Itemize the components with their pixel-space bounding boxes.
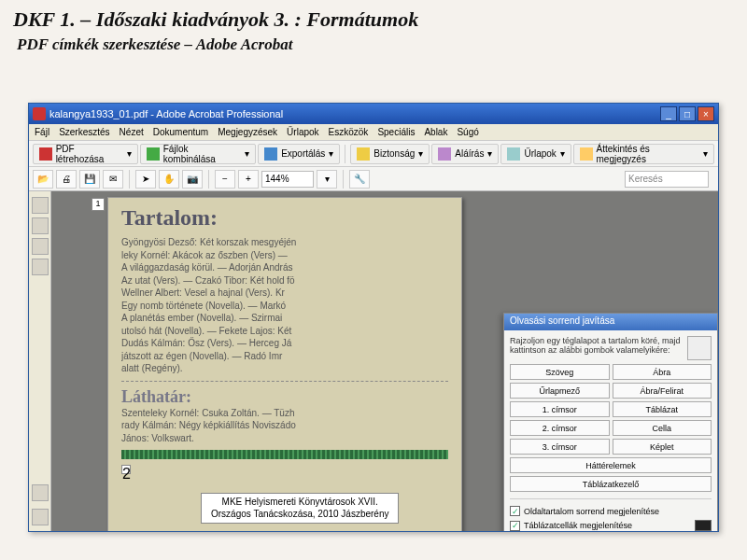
reading-order-panel[interactable]: Olvasási sorrend javítása Rajzoljon egy …	[503, 313, 718, 531]
review-button[interactable]: Áttekintés és megjegyzés ▾	[573, 144, 714, 164]
content-line: leky Kornél: Akácok az őszben (Vers) —	[121, 249, 448, 262]
tag-formfield-button[interactable]: Űrlapmező	[510, 383, 610, 399]
tag-text-button[interactable]: Szöveg	[510, 364, 610, 380]
content-line: A világgazdaság körül. — Adorján András	[121, 261, 448, 274]
content-line: Az utat (Vers). — Czakó Tibor: Két hold …	[121, 274, 448, 287]
export-icon	[264, 147, 277, 161]
comments-panel-icon[interactable]	[32, 509, 49, 525]
table-editor-button[interactable]: Táblázatkezelő	[510, 476, 712, 492]
region-marker-2[interactable]: 2	[121, 465, 131, 474]
tag-h1-button[interactable]: 1. címsor	[510, 401, 610, 417]
content-line: alatt (Regény).	[121, 362, 448, 375]
form-icon	[507, 147, 520, 161]
menu-view[interactable]: Nézet	[120, 127, 144, 137]
content-line: Egy nomb története (Novella). — Markó	[121, 300, 448, 313]
tag-background-button[interactable]: Háttérelemek	[510, 457, 712, 473]
create-pdf-button[interactable]: PDF létrehozása ▾	[33, 144, 138, 164]
tag-table-button[interactable]: Táblázat	[613, 401, 712, 417]
menu-document[interactable]: Dokumentum	[153, 127, 208, 137]
menubar: Fájl Szerkesztés Nézet Dokumentum Megjeg…	[29, 124, 718, 141]
maximize-button[interactable]: □	[679, 106, 696, 121]
pen-icon	[438, 147, 451, 161]
document-area[interactable]: 1 Tartalom: Gyöngyösi Dezső: Két korszak…	[51, 191, 718, 531]
menu-edit[interactable]: Szerkesztés	[59, 127, 109, 137]
bookmarks-panel-icon[interactable]	[32, 217, 49, 234]
search-input[interactable]: Keresés	[625, 171, 709, 188]
zoom-dropdown[interactable]: ▾	[317, 170, 337, 189]
zoom-field[interactable]: 144%	[261, 171, 314, 188]
check-show-cells[interactable]: ✓ Táblázatcellák megjelenítése	[510, 520, 712, 531]
checkbox-icon[interactable]: ✓	[510, 506, 520, 516]
region-marker-1[interactable]: 1	[92, 198, 105, 211]
page-heading2: Láthatár:	[121, 387, 448, 407]
content-line: Szenteleky Kornél: Csuka Zoltán. — Tüzh	[121, 407, 448, 420]
acrobat-icon	[33, 107, 46, 120]
panel-desc: Rajzoljon egy téglalapot a tartalom köré…	[510, 336, 712, 360]
pdf-page[interactable]: 1 Tartalom: Gyöngyösi Dezső: Két korszak…	[107, 197, 462, 531]
toolbar-secondary: 📂 🖨 💾 ✉ ➤ ✋ 📷 − + 144% ▾ 🔧 Keresés	[29, 167, 718, 191]
zoom-in-button[interactable]: +	[238, 170, 259, 189]
menu-advanced[interactable]: Speciális	[377, 127, 415, 137]
combine-button[interactable]: Fájlok kombinálása ▾	[140, 144, 256, 164]
print-button[interactable]: 🖨	[56, 170, 77, 189]
lock-icon	[357, 147, 370, 161]
snapshot-tool[interactable]: 📷	[182, 170, 203, 189]
titlebar[interactable]: kalangya1933_01.pdf - Adobe Acrobat Prof…	[29, 104, 718, 124]
signatures-panel-icon[interactable]	[32, 259, 49, 275]
tag-h3-button[interactable]: 3. címsor	[510, 439, 610, 455]
pdf-icon	[39, 147, 52, 161]
hand-tool[interactable]: ✋	[159, 170, 179, 189]
color-swatch[interactable]	[695, 520, 712, 531]
nav-sidebar	[29, 191, 51, 531]
content-line: rady Kálmán: Négy képkiállítás Noviszádo	[121, 419, 448, 432]
select-tool[interactable]: ➤	[135, 170, 156, 189]
tag-cell-button[interactable]: Cella	[613, 420, 712, 436]
tag-formula-button[interactable]: Képlet	[613, 439, 712, 455]
slide-subtitle: PDF címkék szerkesztése – Adobe Acrobat	[0, 34, 747, 60]
content-line: János: Volkswart.	[121, 432, 448, 445]
export-button[interactable]: Exportálás ▾	[258, 144, 340, 164]
plus-icon	[147, 147, 160, 161]
content-line: utolsó hát (Novella). — Fekete Lajos: Ké…	[121, 325, 448, 338]
tag-figure-button[interactable]: Ábra	[613, 364, 712, 380]
pages-panel-icon[interactable]	[32, 197, 49, 214]
menu-tools[interactable]: Eszközök	[329, 127, 369, 137]
check-show-order[interactable]: ✓ Oldaltartalom sorrend megjelenítése	[510, 506, 712, 516]
checkbox-icon[interactable]: ✓	[510, 521, 520, 531]
tag-figure-caption-button[interactable]: Ábra/Felirat	[613, 383, 712, 399]
content-line: A planétás ember (Novella). — Szirmai	[121, 312, 448, 325]
tag-h2-button[interactable]: 2. címsor	[510, 420, 610, 436]
page-heading: Tartalom:	[121, 205, 448, 231]
slide-title: DKF 1. – Időszaki kiadványok 3. : Formát…	[0, 0, 747, 34]
window-title: kalangya1933_01.pdf - Adobe Acrobat Prof…	[49, 108, 660, 119]
menu-forms[interactable]: Űrlapok	[287, 127, 318, 137]
attachments-panel-icon[interactable]	[32, 484, 49, 501]
save-button[interactable]: 💾	[79, 170, 100, 189]
decorative-band	[121, 450, 448, 459]
acrobat-window: kalangya1933_01.pdf - Adobe Acrobat Prof…	[28, 103, 719, 532]
content-line: Wellner Albert: Vesel a hajnal (Vers). K…	[121, 287, 448, 300]
menu-comments[interactable]: Megjegyzések	[218, 127, 277, 137]
toolbar-primary: PDF létrehozása ▾ Fájlok kombinálása ▾ E…	[29, 141, 718, 167]
touchup-icon[interactable]: 🔧	[349, 170, 370, 189]
content-line: játszott az égen (Novella). — Radó Imr	[121, 350, 448, 363]
touchup-order-icon	[687, 336, 712, 360]
email-button[interactable]: ✉	[103, 170, 123, 189]
slide-caption: MKE Helyismereti Könyvtárosok XVII. Orsz…	[201, 493, 399, 524]
forms-button[interactable]: Űrlapok ▾	[500, 144, 571, 164]
open-button[interactable]: 📂	[33, 170, 53, 189]
sign-button[interactable]: Aláírás ▾	[431, 144, 499, 164]
comment-icon	[580, 147, 593, 161]
close-button[interactable]: ×	[698, 106, 714, 121]
secure-button[interactable]: Biztonság ▾	[350, 144, 430, 164]
menu-file[interactable]: Fájl	[35, 127, 49, 137]
content-line: Gyöngyösi Dezső: Két korszak mesgyéjén	[121, 236, 448, 249]
panel-title[interactable]: Olvasási sorrend javítása	[504, 314, 717, 330]
minimize-button[interactable]: _	[660, 106, 677, 121]
content-line: Dudás Kálmán: Ősz (Vers). — Herceg Já	[121, 337, 448, 350]
menu-help[interactable]: Súgó	[457, 127, 478, 137]
menu-window[interactable]: Ablak	[424, 127, 447, 137]
tags-panel-icon[interactable]	[32, 238, 49, 255]
zoom-out-button[interactable]: −	[215, 170, 235, 189]
